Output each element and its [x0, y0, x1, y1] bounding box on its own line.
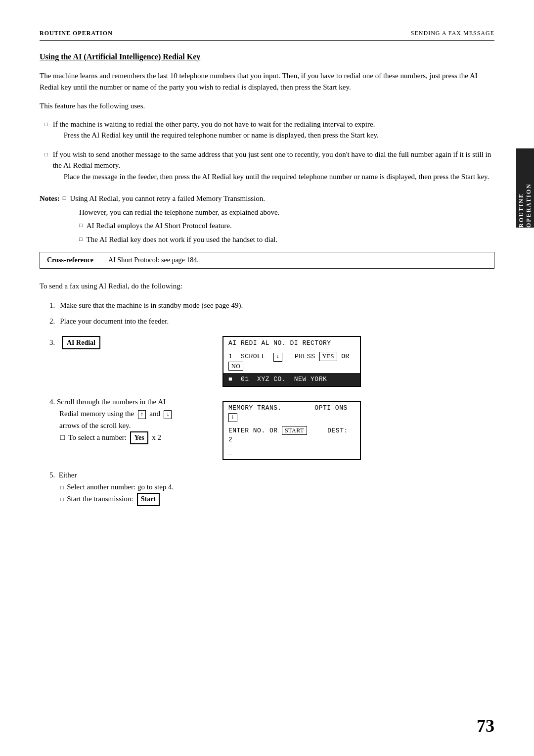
step3-left: 3. AI Redial [49, 336, 218, 349]
bullet-subtext-1: Press the AI Redial key until the requir… [64, 130, 494, 141]
checkbox-icon: □ [79, 221, 83, 230]
steps-intro: To send a fax using AI Redial, do the fo… [40, 281, 494, 292]
lcd2-row-2: ENTER NO. OR START DEST: 2 [223, 424, 360, 446]
no-key: NO [228, 362, 243, 371]
page: Routine Operation Sending a Fax Message … [0, 0, 534, 756]
notes-row-1: Notes: □ Using AI Redial, you cannot ret… [40, 193, 494, 204]
down-arrow-icon: ↓ [164, 410, 172, 419]
note-3: The AI Redial key does not work if you u… [87, 234, 278, 245]
notes-block: Notes: □ Using AI Redial, you cannot ret… [40, 193, 494, 245]
checkbox-icon: □ [79, 235, 83, 243]
lcd-row-3: ■ 01 XYZ CO. NEW YORK [223, 373, 360, 386]
lcd2-row-3: _ [223, 446, 360, 459]
para2: This feature has the following uses. [40, 100, 494, 112]
notes-row-3: □ The AI Redial key does not work if you… [79, 234, 494, 245]
checkbox-icon: □ [60, 496, 65, 502]
bullet-text-2: If you wish to send another message to t… [53, 150, 491, 170]
bullet-list: □ If the machine is waiting to redial th… [44, 119, 494, 187]
list-item: □ If the machine is waiting to redial th… [44, 119, 494, 145]
bullet-text-1: If the machine is waiting to redial the … [53, 120, 375, 128]
step-5: 5. Either □ Select another number: go to… [49, 469, 494, 506]
page-number: 73 [477, 715, 494, 736]
step3-num: 3. [49, 338, 55, 346]
lcd2-row-1: MEMORY TRANS. OPTI ONS ↓ [223, 402, 360, 424]
note-1: Using AI Redial, you cannot retry a fail… [70, 193, 265, 204]
step-1: 1. Make sure that the machine is in stan… [49, 300, 494, 311]
page-header: Routine Operation Sending a Fax Message [40, 30, 494, 41]
step5-subs: □ Select another number: go to step 4. □… [60, 481, 494, 506]
step4-sub: □ To select a number: Yes x 2 [60, 431, 218, 444]
step4-text3: arrows of the scroll key. [59, 422, 131, 429]
list-item: □ If you wish to send another message to… [44, 149, 494, 187]
lcd-display-1: AI REDI AL NO. DI RECTORY 1 SCROLL ↓ PRE… [222, 336, 361, 387]
options-arrow-icon: ↓ [228, 413, 237, 422]
checkbox-icon: □ [44, 150, 48, 159]
cross-ref-label: Cross-reference [47, 256, 93, 264]
checkbox-icon: □ [63, 194, 66, 202]
lcd-dark-text: 01 XYZ CO. NEW YORK [241, 376, 327, 383]
yes-key: YES [319, 352, 337, 361]
note-2: AI Redial employs the AI Short Protocol … [87, 220, 232, 232]
sidebar-tab-text: Routine Operation [518, 148, 533, 228]
step1-text: Make sure that the machine is in standby… [60, 300, 243, 311]
section-title: Using the AI (Artificial Intelligence) R… [40, 52, 494, 61]
step-4: 4. Scroll through the numbers in the AI … [49, 396, 494, 460]
step5-num: 5. [49, 471, 55, 479]
ai-redial-button: AI Redial [62, 336, 100, 349]
start-button: Start [137, 493, 160, 506]
bullet-subtext-2: Place the message in the feeder, then pr… [64, 171, 494, 183]
step4-num: 4. [49, 398, 55, 406]
step1-num: 1. [49, 300, 55, 311]
and-text: and [149, 410, 160, 418]
cross-ref-text: AI Short Protocol: see page 184. [108, 256, 199, 264]
header-right: Sending a Fax Message [411, 30, 494, 37]
bullet-content-2: If you wish to send another message to t… [53, 149, 494, 187]
lcd-row-1: AI REDI AL NO. DI RECTORY [223, 337, 360, 350]
bullet-content-1: If the machine is waiting to redial the … [53, 119, 494, 145]
sidebar-tab: Routine Operation [516, 148, 534, 228]
step5-header: 5. Either [49, 469, 494, 481]
yes-button: Yes [130, 431, 148, 444]
checkbox-icon: □ [60, 484, 65, 490]
notes-row-2: □ AI Redial employs the AI Short Protoco… [79, 220, 494, 232]
step5-sub1: □ Select another number: go to step 4. [60, 481, 494, 493]
header-left: Routine Operation [40, 30, 113, 37]
para1: The machine learns and remembers the las… [40, 70, 494, 94]
note-indent-1: However, you can redial the telephone nu… [79, 207, 494, 218]
step4-left: 4. Scroll through the numbers in the AI … [49, 396, 218, 444]
step4-text2: Redial memory using the ↑ and ↓ [59, 410, 172, 418]
step4-text1: Scroll through the numbers in the AI [57, 398, 166, 406]
step2-num: 2. [49, 316, 55, 327]
down-arrow-icon: ↓ [273, 353, 282, 362]
checkbox-icon: □ [44, 120, 48, 129]
up-arrow-icon: ↑ [138, 410, 146, 419]
cross-ref-box: Cross-reference AI Short Protocol: see p… [40, 252, 494, 269]
step4-text: 4. Scroll through the numbers in the AI … [49, 396, 218, 431]
lcd-icon: ■ [228, 376, 241, 383]
checkbox-icon: □ [60, 433, 67, 441]
step2-text: Place your document into the feeder. [60, 316, 169, 327]
lcd-display-2: MEMORY TRANS. OPTI ONS ↓ ENTER NO. OR ST… [222, 401, 361, 460]
notes-label: Notes: [40, 193, 60, 204]
step-2: 2. Place your document into the feeder. [49, 316, 494, 327]
lcd-scroll-text: 1 SCROLL [228, 353, 273, 360]
step5-sub2: □ Start the transmission: Start [60, 493, 494, 506]
start-key: START [282, 426, 307, 435]
step5-text: Either [59, 471, 77, 479]
x2-text: x 2 [152, 433, 161, 441]
step-3: 3. AI Redial AI REDI AL NO. DI RECTORY 1… [49, 336, 494, 387]
lcd-row-2: 1 SCROLL ↓ PRESS YES OR NO [223, 350, 360, 373]
